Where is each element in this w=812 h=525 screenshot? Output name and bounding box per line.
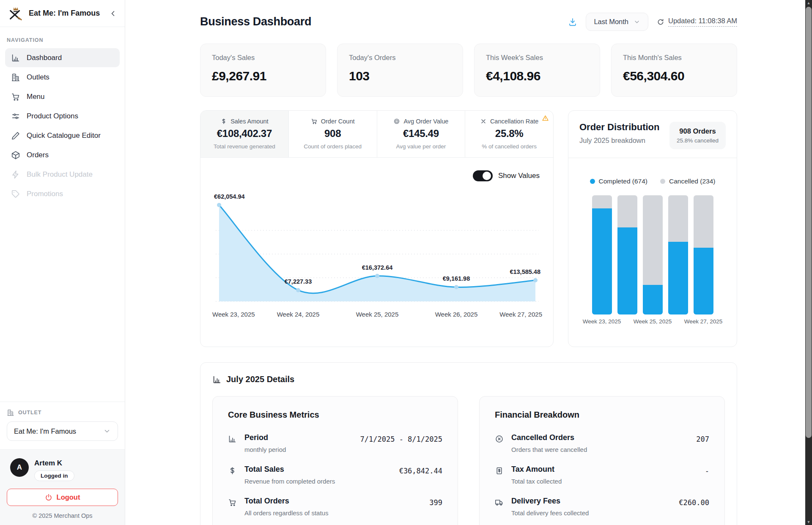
page-title: Business Dashboard: [200, 15, 311, 28]
download-button[interactable]: [568, 17, 577, 27]
sidebar-item-menu[interactable]: Menu: [5, 87, 120, 106]
stat-card-this-week-s-sales: This Week's Sales €4,108.96: [474, 44, 600, 97]
bar-chart-icon: [11, 53, 20, 63]
sidebar-item-quick-catalogue-editor[interactable]: Quick Catalogue Editor: [5, 126, 120, 145]
sidebar-collapse-button[interactable]: [109, 9, 117, 18]
sidebar-item-dashboard[interactable]: Dashboard: [5, 48, 120, 67]
distribution-title: Order Distribution: [579, 122, 659, 133]
user-info: Artem K Logged in: [34, 458, 74, 481]
svg-text:€62,054.94: €62,054.94: [214, 193, 245, 200]
x-circle-icon: [495, 433, 504, 453]
orders-badge: 908 Orders 25.8% cancelled: [669, 122, 726, 149]
metric-tab-value: €108,402.37: [204, 128, 285, 139]
legend-dot-icon: [590, 179, 595, 184]
distribution-subtitle: July 2025 breakdown: [579, 137, 659, 145]
sidebar-item-label: Product Options: [27, 112, 78, 120]
sidebar-item-outlets[interactable]: Outlets: [5, 68, 120, 87]
receipt-icon: [495, 465, 504, 485]
sidebar-item-bulk-product-update: Bulk Product Update: [5, 165, 120, 184]
period-selector[interactable]: Last Month: [586, 13, 648, 31]
toggle-knob: [483, 172, 491, 180]
detail-row-delivery-fees: Delivery Fees Total delivery fees collec…: [495, 497, 709, 517]
metric-tab-order-count[interactable]: Order Count908Count of orders placed: [289, 111, 377, 157]
metric-tab-caption: Count of orders placed: [292, 143, 373, 150]
toggle-label: Show Values: [498, 172, 540, 180]
sidebar-item-label: Menu: [27, 93, 45, 101]
stat-value: £9,267.91: [212, 69, 314, 83]
stat-value: €56,304.60: [623, 69, 725, 83]
cart-icon: [311, 118, 318, 125]
scrollbar-thumb[interactable]: [806, 7, 812, 438]
legend-item-cancelled-234: Cancelled (234): [660, 178, 715, 185]
details-section: July 2025 Details Core Business MetricsP…: [200, 362, 737, 525]
user-name: Artem K: [34, 459, 74, 468]
metric-tab-caption: % of cancelled orders: [469, 143, 550, 150]
metric-tab-sales-amount[interactable]: Sales Amount€108,402.37Total revenue gen…: [200, 111, 289, 157]
stat-value: €4,108.96: [486, 69, 588, 83]
stat-card-today-s-orders: Today's Orders 103: [337, 44, 463, 97]
scrollbar[interactable]: ▲ ▼: [805, 0, 812, 525]
details-title-row: July 2025 Details: [212, 375, 725, 384]
dist-bar-week-23-2025: [592, 195, 612, 314]
distribution-titles: Order Distribution July 2025 breakdown: [579, 122, 659, 145]
metric-tabs: Sales Amount€108,402.37Total revenue gen…: [200, 111, 553, 158]
dist-axis-label: Week 23, 2025: [583, 318, 621, 325]
chevron-down-icon: [634, 19, 640, 25]
warning-icon: [542, 115, 549, 122]
svg-text:Week 24, 2025: Week 24, 2025: [277, 311, 320, 318]
sidebar-item-orders[interactable]: Orders: [5, 145, 120, 164]
metric-tab-cancellation-rate[interactable]: Cancellation Rate25.8%% of cancelled ord…: [465, 111, 553, 157]
metric-tab-label: Cancellation Rate: [490, 118, 538, 125]
show-values-toggle[interactable]: [473, 170, 493, 181]
sliders-icon: [11, 112, 20, 121]
sidebar-spacer: [0, 204, 125, 402]
main-area: Business Dashboard Last Month: [125, 0, 812, 525]
logout-button[interactable]: Logout: [7, 489, 118, 506]
svg-text:Week 25, 2025: Week 25, 2025: [356, 311, 399, 318]
dist-bar-week-24-2025: [617, 195, 637, 314]
svg-text:Week 23, 2025: Week 23, 2025: [212, 311, 255, 318]
stat-label: Today's Orders: [349, 54, 451, 62]
refresh-updated[interactable]: Updated: 11:08:38 AM: [657, 17, 737, 27]
dist-bar-completed-fill: [617, 227, 637, 314]
target-icon: [393, 118, 400, 125]
brand-name: Eat Me: I'm Famous: [29, 9, 104, 18]
details-title: July 2025 Details: [226, 375, 294, 384]
sidebar-header: Eat Me: I'm Famous: [0, 0, 125, 27]
nav-list: DashboardOutletsMenuProduct OptionsQuick…: [0, 48, 125, 204]
detail-card-financial-breakdown: Financial BreakdownCancelled Orders Orde…: [479, 396, 725, 525]
metric-tab-label: Avg Order Value: [403, 118, 448, 125]
scroll-down-arrow[interactable]: ▼: [805, 519, 812, 525]
sidebar-item-product-options[interactable]: Product Options: [5, 107, 120, 126]
dist-bar-week-25-2025: [643, 195, 663, 314]
orders-badge-cancelled: 25.8% cancelled: [677, 137, 719, 144]
svg-text:€7,227.33: €7,227.33: [285, 278, 312, 285]
zap-icon: [11, 170, 20, 179]
cart-icon: [228, 497, 237, 517]
detail-row-label: Delivery Fees: [511, 497, 671, 506]
building-icon: [11, 73, 20, 82]
stat-label: Today's Sales: [212, 54, 314, 62]
detail-row-main: Period monthly period: [244, 433, 353, 453]
metric-tab-value: 25.8%: [469, 128, 550, 139]
chevron-down-icon: [103, 427, 111, 435]
detail-row-main: Total Sales Revenue from completed order…: [244, 465, 392, 485]
charts-row: Sales Amount€108,402.37Total revenue gen…: [200, 110, 737, 347]
scroll-up-arrow[interactable]: ▲: [805, 0, 812, 6]
outlet-select[interactable]: Eat Me: I'm Famous: [7, 421, 118, 441]
detail-row-sub: Total tax collected: [511, 478, 697, 485]
stat-card-this-month-s-sales: This Month's Sales €56,304.60: [611, 44, 737, 97]
tag-icon: [11, 189, 20, 199]
metric-tab-top: Cancellation Rate: [469, 118, 550, 125]
dist-bar-completed-fill: [668, 242, 688, 314]
detail-row-label: Tax Amount: [511, 465, 697, 474]
bar-chart-icon: [228, 433, 237, 453]
metric-tab-top: Avg Order Value: [381, 118, 462, 125]
metric-tab-caption: Total revenue generated: [204, 143, 285, 150]
detail-row-tax-amount: Tax Amount Total tax collected-: [495, 465, 709, 485]
detail-row-main: Delivery Fees Total delivery fees collec…: [511, 497, 671, 517]
pencil-icon: [11, 131, 20, 140]
metric-tab-avg-order-value[interactable]: Avg Order Value€145.49Avg value per orde…: [377, 111, 466, 157]
detail-card-title: Core Business Metrics: [228, 410, 442, 420]
legend-label: Cancelled (234): [669, 178, 715, 185]
